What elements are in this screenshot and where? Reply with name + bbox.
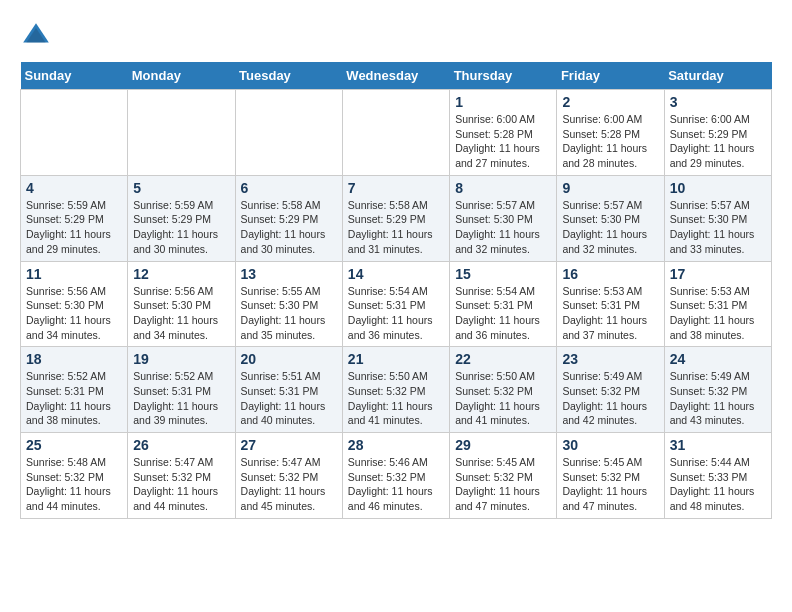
day-number: 9 (562, 180, 658, 196)
day-info: Sunrise: 5:50 AM Sunset: 5:32 PM Dayligh… (348, 369, 444, 428)
day-number: 25 (26, 437, 122, 453)
day-info: Sunrise: 6:00 AM Sunset: 5:28 PM Dayligh… (455, 112, 551, 171)
week-row-5: 25Sunrise: 5:48 AM Sunset: 5:32 PM Dayli… (21, 433, 772, 519)
day-info: Sunrise: 5:59 AM Sunset: 5:29 PM Dayligh… (133, 198, 229, 257)
day-cell: 20Sunrise: 5:51 AM Sunset: 5:31 PM Dayli… (235, 347, 342, 433)
day-cell: 25Sunrise: 5:48 AM Sunset: 5:32 PM Dayli… (21, 433, 128, 519)
day-info: Sunrise: 5:47 AM Sunset: 5:32 PM Dayligh… (241, 455, 337, 514)
day-number: 7 (348, 180, 444, 196)
day-number: 30 (562, 437, 658, 453)
day-cell (342, 90, 449, 176)
day-cell: 31Sunrise: 5:44 AM Sunset: 5:33 PM Dayli… (664, 433, 771, 519)
day-info: Sunrise: 5:52 AM Sunset: 5:31 PM Dayligh… (26, 369, 122, 428)
day-info: Sunrise: 5:48 AM Sunset: 5:32 PM Dayligh… (26, 455, 122, 514)
day-info: Sunrise: 5:53 AM Sunset: 5:31 PM Dayligh… (670, 284, 766, 343)
day-cell: 23Sunrise: 5:49 AM Sunset: 5:32 PM Dayli… (557, 347, 664, 433)
calendar-table: SundayMondayTuesdayWednesdayThursdayFrid… (20, 62, 772, 519)
day-cell: 14Sunrise: 5:54 AM Sunset: 5:31 PM Dayli… (342, 261, 449, 347)
week-row-2: 4Sunrise: 5:59 AM Sunset: 5:29 PM Daylig… (21, 175, 772, 261)
day-cell: 27Sunrise: 5:47 AM Sunset: 5:32 PM Dayli… (235, 433, 342, 519)
header-wednesday: Wednesday (342, 62, 449, 90)
day-number: 2 (562, 94, 658, 110)
day-number: 20 (241, 351, 337, 367)
day-number: 21 (348, 351, 444, 367)
day-info: Sunrise: 6:00 AM Sunset: 5:29 PM Dayligh… (670, 112, 766, 171)
calendar-header-row: SundayMondayTuesdayWednesdayThursdayFrid… (21, 62, 772, 90)
day-info: Sunrise: 5:58 AM Sunset: 5:29 PM Dayligh… (348, 198, 444, 257)
day-number: 13 (241, 266, 337, 282)
header-monday: Monday (128, 62, 235, 90)
week-row-4: 18Sunrise: 5:52 AM Sunset: 5:31 PM Dayli… (21, 347, 772, 433)
day-cell: 21Sunrise: 5:50 AM Sunset: 5:32 PM Dayli… (342, 347, 449, 433)
day-info: Sunrise: 5:53 AM Sunset: 5:31 PM Dayligh… (562, 284, 658, 343)
day-number: 3 (670, 94, 766, 110)
day-cell: 18Sunrise: 5:52 AM Sunset: 5:31 PM Dayli… (21, 347, 128, 433)
day-info: Sunrise: 5:54 AM Sunset: 5:31 PM Dayligh… (455, 284, 551, 343)
day-number: 14 (348, 266, 444, 282)
day-cell (128, 90, 235, 176)
header-tuesday: Tuesday (235, 62, 342, 90)
day-cell: 3Sunrise: 6:00 AM Sunset: 5:29 PM Daylig… (664, 90, 771, 176)
day-cell: 13Sunrise: 5:55 AM Sunset: 5:30 PM Dayli… (235, 261, 342, 347)
day-info: Sunrise: 5:54 AM Sunset: 5:31 PM Dayligh… (348, 284, 444, 343)
week-row-1: 1Sunrise: 6:00 AM Sunset: 5:28 PM Daylig… (21, 90, 772, 176)
day-info: Sunrise: 5:47 AM Sunset: 5:32 PM Dayligh… (133, 455, 229, 514)
day-number: 17 (670, 266, 766, 282)
day-cell: 8Sunrise: 5:57 AM Sunset: 5:30 PM Daylig… (450, 175, 557, 261)
day-cell: 29Sunrise: 5:45 AM Sunset: 5:32 PM Dayli… (450, 433, 557, 519)
day-number: 22 (455, 351, 551, 367)
day-cell: 26Sunrise: 5:47 AM Sunset: 5:32 PM Dayli… (128, 433, 235, 519)
day-cell: 4Sunrise: 5:59 AM Sunset: 5:29 PM Daylig… (21, 175, 128, 261)
day-number: 15 (455, 266, 551, 282)
header-saturday: Saturday (664, 62, 771, 90)
day-cell: 22Sunrise: 5:50 AM Sunset: 5:32 PM Dayli… (450, 347, 557, 433)
day-number: 6 (241, 180, 337, 196)
header-friday: Friday (557, 62, 664, 90)
day-info: Sunrise: 6:00 AM Sunset: 5:28 PM Dayligh… (562, 112, 658, 171)
day-number: 8 (455, 180, 551, 196)
day-info: Sunrise: 5:44 AM Sunset: 5:33 PM Dayligh… (670, 455, 766, 514)
day-cell: 12Sunrise: 5:56 AM Sunset: 5:30 PM Dayli… (128, 261, 235, 347)
day-info: Sunrise: 5:49 AM Sunset: 5:32 PM Dayligh… (670, 369, 766, 428)
day-number: 29 (455, 437, 551, 453)
day-number: 28 (348, 437, 444, 453)
day-info: Sunrise: 5:57 AM Sunset: 5:30 PM Dayligh… (670, 198, 766, 257)
day-number: 11 (26, 266, 122, 282)
day-cell: 19Sunrise: 5:52 AM Sunset: 5:31 PM Dayli… (128, 347, 235, 433)
day-info: Sunrise: 5:45 AM Sunset: 5:32 PM Dayligh… (562, 455, 658, 514)
day-cell: 11Sunrise: 5:56 AM Sunset: 5:30 PM Dayli… (21, 261, 128, 347)
day-cell: 9Sunrise: 5:57 AM Sunset: 5:30 PM Daylig… (557, 175, 664, 261)
day-cell: 5Sunrise: 5:59 AM Sunset: 5:29 PM Daylig… (128, 175, 235, 261)
day-cell (235, 90, 342, 176)
day-number: 12 (133, 266, 229, 282)
header-sunday: Sunday (21, 62, 128, 90)
day-number: 1 (455, 94, 551, 110)
day-info: Sunrise: 5:58 AM Sunset: 5:29 PM Dayligh… (241, 198, 337, 257)
day-number: 16 (562, 266, 658, 282)
day-number: 31 (670, 437, 766, 453)
day-number: 18 (26, 351, 122, 367)
day-info: Sunrise: 5:57 AM Sunset: 5:30 PM Dayligh… (562, 198, 658, 257)
day-info: Sunrise: 5:45 AM Sunset: 5:32 PM Dayligh… (455, 455, 551, 514)
day-cell: 6Sunrise: 5:58 AM Sunset: 5:29 PM Daylig… (235, 175, 342, 261)
day-cell: 7Sunrise: 5:58 AM Sunset: 5:29 PM Daylig… (342, 175, 449, 261)
day-info: Sunrise: 5:57 AM Sunset: 5:30 PM Dayligh… (455, 198, 551, 257)
day-cell: 30Sunrise: 5:45 AM Sunset: 5:32 PM Dayli… (557, 433, 664, 519)
day-cell: 15Sunrise: 5:54 AM Sunset: 5:31 PM Dayli… (450, 261, 557, 347)
header-thursday: Thursday (450, 62, 557, 90)
day-number: 24 (670, 351, 766, 367)
day-number: 5 (133, 180, 229, 196)
day-cell: 2Sunrise: 6:00 AM Sunset: 5:28 PM Daylig… (557, 90, 664, 176)
day-info: Sunrise: 5:56 AM Sunset: 5:30 PM Dayligh… (26, 284, 122, 343)
day-info: Sunrise: 5:46 AM Sunset: 5:32 PM Dayligh… (348, 455, 444, 514)
page-header (20, 20, 772, 52)
day-cell: 16Sunrise: 5:53 AM Sunset: 5:31 PM Dayli… (557, 261, 664, 347)
day-info: Sunrise: 5:49 AM Sunset: 5:32 PM Dayligh… (562, 369, 658, 428)
day-cell: 17Sunrise: 5:53 AM Sunset: 5:31 PM Dayli… (664, 261, 771, 347)
day-cell: 28Sunrise: 5:46 AM Sunset: 5:32 PM Dayli… (342, 433, 449, 519)
logo (20, 20, 56, 52)
day-number: 23 (562, 351, 658, 367)
logo-icon (20, 20, 52, 52)
week-row-3: 11Sunrise: 5:56 AM Sunset: 5:30 PM Dayli… (21, 261, 772, 347)
day-info: Sunrise: 5:56 AM Sunset: 5:30 PM Dayligh… (133, 284, 229, 343)
